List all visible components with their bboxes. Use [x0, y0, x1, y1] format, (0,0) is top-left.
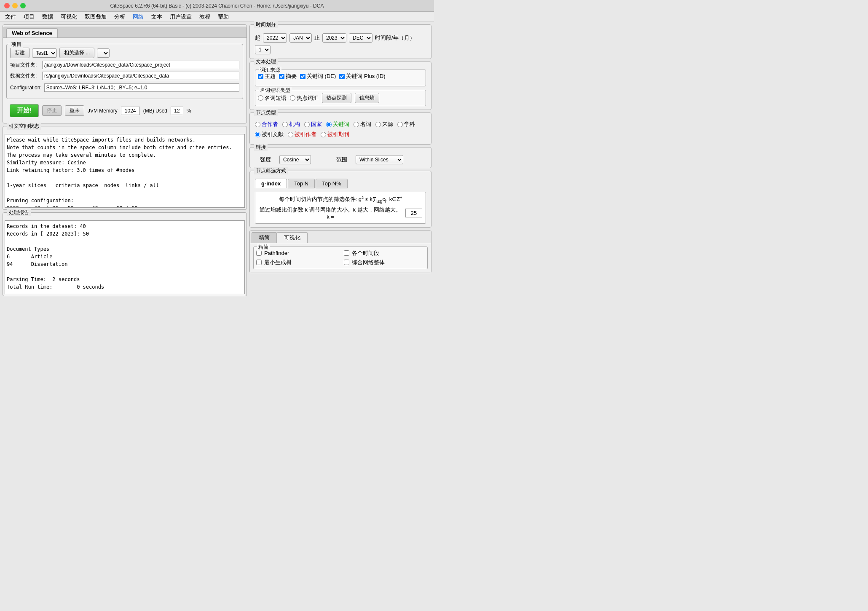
info-entropy-button[interactable]: 信息熵	[355, 93, 379, 103]
radio-country[interactable]: 国家	[304, 121, 322, 128]
node-filter-panel: 节点筛选方式 g-index Top N Top N% 每个时间切片内节点的筛选…	[249, 171, 431, 228]
radio-source[interactable]: 来源	[375, 121, 393, 128]
scope-label: 范围	[336, 156, 347, 163]
menu-settings[interactable]: 用户设置	[166, 12, 195, 21]
data-file-row: 数据文件夹: rs/jiangxiyu/Downloads/Citespace_…	[10, 72, 239, 80]
start-month-select[interactable]: JAN	[289, 33, 312, 43]
project-label: 项目	[10, 41, 23, 48]
end-month-select[interactable]: DEC	[349, 33, 372, 43]
scope-select[interactable]: Within Slices Between Slices All	[356, 155, 403, 164]
filter-k-row: 通过增减比例参数 k 调节网络的大小。k 越大，网络越大。k =	[259, 206, 422, 220]
bottom-content: 精简 Pathfinder 各个时间段 最小生成树 综合网络整体	[250, 243, 431, 273]
project-name-row: 新建 Test1 相关选择 ...	[10, 48, 239, 58]
project-file-row: 项目文件夹: /jiangxiyu/Downloads/Citespace_da…	[10, 61, 239, 69]
related-select-button[interactable]: 相关选择 ...	[59, 48, 94, 58]
radio-cited-journal[interactable]: 被引期刊	[321, 131, 349, 138]
maximize-button[interactable]	[20, 3, 26, 8]
menu-data[interactable]: 数据	[39, 12, 56, 21]
process-report-scroll[interactable]: Records in the dataset: 40 Records in [ …	[5, 220, 245, 294]
start-year-select[interactable]: 2022	[263, 33, 287, 43]
refine-network-whole[interactable]: 综合网络整体	[344, 259, 425, 266]
minimize-button[interactable]	[12, 3, 18, 8]
refine-each-period[interactable]: 各个时间段	[344, 249, 425, 257]
k-value-input[interactable]	[405, 209, 422, 217]
link-title: 链接	[254, 144, 268, 151]
config-value: Source=WoS; LRF=3; L/N=10; LBY=5; e=1.0	[44, 83, 239, 92]
radio-cited-ref[interactable]: 被引文献	[255, 131, 284, 138]
radio-keyword[interactable]: 关键词	[326, 121, 349, 128]
bottom-panel: 精简 可视化 精简 Pathfinder 各个时间段 最小生成树	[249, 230, 431, 273]
window-controls[interactable]	[4, 3, 26, 8]
project-select[interactable]: Test1	[32, 48, 57, 58]
radio-cited-author[interactable]: 被引作者	[288, 131, 316, 138]
tab-refine[interactable]: 精简	[252, 232, 277, 243]
checkbox-abstract[interactable]: 摘要	[279, 72, 297, 80]
radio-coauthor[interactable]: 合作者	[255, 121, 278, 128]
hotspot-detect-button[interactable]: 热点探测	[322, 93, 351, 103]
titlebar: CiteSpace 6.2.R6 (64-bit) Basic - (c) 20…	[0, 0, 434, 12]
menu-help[interactable]: 帮助	[214, 12, 232, 21]
process-report-title: 处理报告	[7, 209, 31, 216]
filter-tab-topnpct[interactable]: Top N%	[316, 179, 348, 188]
used-value-input[interactable]: 12	[171, 107, 183, 115]
radio-noun-phrase[interactable]: 名词短语	[258, 94, 287, 102]
checkbox-keyword-de[interactable]: 关键词 (DE)	[300, 72, 336, 80]
node-row-2: 被引文献 被引作者 被引期刊	[255, 131, 426, 138]
start-button[interactable]: 开始!	[10, 104, 39, 117]
filter-tab-content: 每个时间切片内节点的筛选条件: g2 ≤ k∑i≤gci, k∈Z+ 通过增减比…	[255, 192, 426, 224]
radio-discipline[interactable]: 学科	[397, 121, 415, 128]
jvm-label: JVM Memory	[88, 108, 118, 114]
time-division-content: 起 2022 JAN 止 2023 DEC 时间段/年（月） 1	[250, 29, 431, 59]
action-row: 开始! 停止 重来 JVM Memory 1024 (MB) Used 12 %	[6, 102, 243, 120]
process-report-panel: 处理报告 Records in the dataset: 40 Records …	[3, 212, 247, 296]
menu-visualize[interactable]: 可视化	[57, 12, 80, 21]
menu-file[interactable]: 文件	[2, 12, 19, 21]
project-section: 项目 新建 Test1 相关选择 ... 项目文件夹: /jiangxiyu	[3, 40, 246, 123]
close-button[interactable]	[4, 3, 10, 8]
wos-tab[interactable]: Web of Science	[6, 28, 58, 38]
filter-tab-topn[interactable]: Top N	[288, 179, 315, 188]
end-year-select[interactable]: 2023	[322, 33, 346, 43]
jvm-value-input[interactable]: 1024	[121, 107, 140, 115]
start-label: 起	[255, 34, 260, 42]
period-select[interactable]: 1	[255, 45, 271, 54]
filter-tabs: g-index Top N Top N%	[255, 179, 426, 188]
filter-tab-gindex[interactable]: g-index	[255, 179, 287, 188]
menu-project[interactable]: 项目	[20, 12, 38, 21]
bottom-tabs-header: 精简 可视化	[250, 230, 431, 243]
reset-button[interactable]: 重来	[65, 105, 84, 116]
refine-min-tree[interactable]: 最小生成树	[256, 259, 337, 266]
time-division-panel: 时间划分 起 2022 JAN 止 2023 DEC 时间段/年（月） 1	[249, 24, 431, 59]
text-processing-content: 词汇来源 主题 摘要 关键词 (DE) 关键词 Plus (ID)	[250, 66, 431, 110]
config-label: Configuration:	[10, 85, 42, 91]
noun-title: 名词短语类型	[259, 87, 292, 94]
menu-text[interactable]: 文本	[148, 12, 166, 21]
citation-status-content: Please wait while CiteSpace imports file…	[5, 134, 244, 208]
wos-panel: Web of Science 项目 新建 Test1 相关选择 ...	[3, 24, 247, 123]
node-filter-title: 节点筛选方式	[254, 167, 288, 174]
new-project-button[interactable]: 新建	[10, 48, 29, 58]
noun-options: 名词短语 热点词汇 热点探测 信息熵	[258, 93, 423, 103]
menu-network[interactable]: 网络	[129, 12, 147, 21]
main-content: Web of Science 项目 新建 Test1 相关选择 ...	[0, 22, 434, 299]
strength-select[interactable]: Cosine Pearson Jaccard	[279, 155, 311, 164]
wos-tab-header: Web of Science	[3, 27, 246, 38]
radio-hotspot-vocab[interactable]: 热点词汇	[290, 94, 319, 102]
menu-analysis[interactable]: 分析	[111, 12, 129, 21]
menu-tutorial[interactable]: 教程	[196, 12, 214, 21]
checkbox-keyword-id[interactable]: 关键词 Plus (ID)	[339, 72, 385, 80]
citation-status-scroll[interactable]: Please wait while CiteSpace imports file…	[5, 134, 245, 208]
stop-button[interactable]: 停止	[42, 105, 62, 116]
related-select-dropdown[interactable]	[97, 48, 110, 58]
radio-institution[interactable]: 机构	[282, 121, 300, 128]
period-label: 时间段/年（月）	[375, 34, 415, 42]
project-file-value: /jiangxiyu/Downloads/Citespace_data/Cite…	[42, 61, 239, 69]
menu-overlay[interactable]: 双图叠加	[81, 12, 110, 21]
tab-visualize[interactable]: 可视化	[277, 232, 308, 243]
window-title: CiteSpace 6.2.R6 (64-bit) Basic - (c) 20…	[110, 3, 324, 9]
radio-noun[interactable]: 名词	[354, 121, 371, 128]
vocab-checkboxes: 主题 摘要 关键词 (DE) 关键词 Plus (ID)	[258, 72, 423, 80]
node-types-title: 节点类型	[254, 109, 278, 116]
citation-status-panel: 引文空间状态 Please wait while CiteSpace impor…	[3, 126, 247, 210]
mb-label: (MB) Used	[143, 108, 167, 114]
